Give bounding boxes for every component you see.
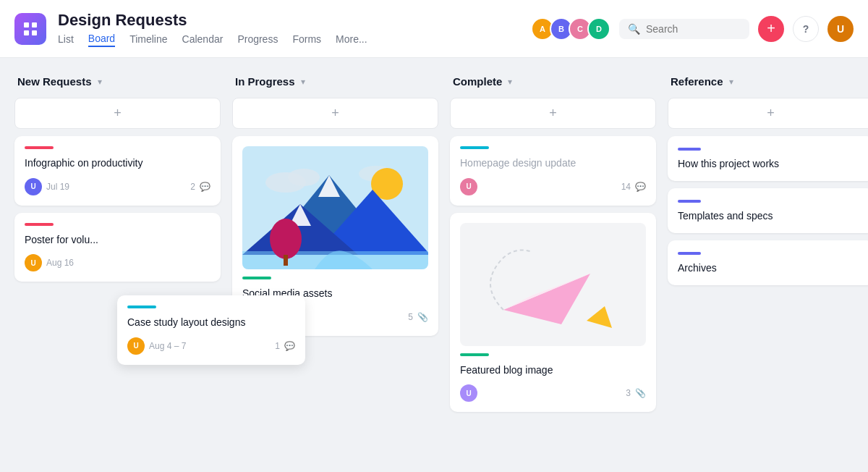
column-reference: Reference ▾ + How this project works Tem… xyxy=(668,75,868,455)
floating-card-case-study[interactable]: Case study layout designs U Aug 4 – 7 1 … xyxy=(117,295,305,365)
ref-color-bar xyxy=(678,148,701,151)
card-color-bar xyxy=(460,353,489,356)
card-color-bar xyxy=(460,146,489,149)
comment-count: 3 xyxy=(626,388,631,398)
ref-color-bar xyxy=(678,200,701,203)
card-date: Aug 4 – 7 xyxy=(149,341,186,351)
column-new-requests: New Requests ▾ + Infographic on producti… xyxy=(14,75,221,455)
app-icon[interactable] xyxy=(14,13,46,45)
tab-timeline[interactable]: Timeline xyxy=(129,33,167,46)
card-footer: U 3 📎 xyxy=(460,384,646,402)
title-nav: Design Requests List Board Timeline Cale… xyxy=(58,11,519,47)
column-title-new-requests: New Requests xyxy=(17,75,92,88)
column-in-progress: In Progress ▾ + xyxy=(232,75,438,455)
ref-title: Templates and specs xyxy=(678,210,864,222)
tab-calendar[interactable]: Calendar xyxy=(182,33,224,46)
project-title: Design Requests xyxy=(58,11,519,30)
column-header-in-progress: In Progress ▾ xyxy=(232,75,438,88)
attachment-icon: 📎 xyxy=(635,388,646,398)
card-color-bar xyxy=(127,305,156,308)
svg-rect-17 xyxy=(460,223,646,346)
tab-more[interactable]: More... xyxy=(336,33,367,46)
user-avatar[interactable]: U xyxy=(827,16,854,42)
chevron-down-icon[interactable]: ▾ xyxy=(301,77,305,87)
card-infographic[interactable]: Infographic on productivity U Jul 19 2 💬 xyxy=(14,136,221,206)
card-actions: 5 📎 xyxy=(408,312,428,322)
card-how-project[interactable]: How this project works xyxy=(668,136,868,181)
help-button[interactable]: ? xyxy=(793,16,819,42)
tab-progress[interactable]: Progress xyxy=(237,33,278,46)
nav-tabs: List Board Timeline Calendar Progress Fo… xyxy=(58,33,519,47)
search-bar[interactable]: 🔍 xyxy=(619,19,749,39)
comment-icon: 💬 xyxy=(635,182,646,192)
card-footer: U 14 💬 xyxy=(460,178,646,195)
card-date: Jul 19 xyxy=(46,182,69,192)
column-complete: Complete ▾ + Homepage design update U 14… xyxy=(450,75,656,455)
tab-forms[interactable]: Forms xyxy=(292,33,321,46)
chevron-down-icon[interactable]: ▾ xyxy=(98,77,102,87)
svg-rect-3 xyxy=(32,30,37,35)
svg-rect-16 xyxy=(284,255,288,266)
card-avatar: U xyxy=(460,178,477,195)
header: Design Requests List Board Timeline Cale… xyxy=(0,0,868,58)
card-title: Homepage design update xyxy=(460,156,646,171)
ref-title: Archives xyxy=(678,262,864,274)
svg-rect-1 xyxy=(32,22,37,28)
card-poster[interactable]: Poster for volu... U Aug 16 xyxy=(14,213,221,282)
card-footer: U Aug 16 xyxy=(25,254,210,271)
card-title: Infographic on productivity xyxy=(25,156,210,171)
comment-count: 1 xyxy=(275,341,280,351)
card-actions: 2 💬 xyxy=(190,182,210,192)
card-meta: U xyxy=(460,384,477,402)
card-title: Featured blog image xyxy=(460,363,646,378)
add-card-button-in-progress[interactable]: + xyxy=(232,98,438,129)
card-meta: U Jul 19 xyxy=(25,178,69,195)
ref-color-bar xyxy=(678,252,701,255)
svg-rect-2 xyxy=(24,30,29,35)
comment-icon: 💬 xyxy=(284,341,295,351)
card-homepage[interactable]: Homepage design update U 14 💬 xyxy=(450,136,656,206)
column-header-complete: Complete ▾ xyxy=(450,75,656,88)
column-header-new-requests: New Requests ▾ xyxy=(14,75,221,88)
search-icon: 🔍 xyxy=(628,23,640,35)
card-title: Case study layout designs xyxy=(127,316,295,330)
column-header-reference: Reference ▾ xyxy=(668,75,868,88)
add-button[interactable]: + xyxy=(758,16,784,42)
card-archives[interactable]: Archives xyxy=(668,240,868,285)
avatar: D xyxy=(587,17,610,41)
svg-rect-0 xyxy=(24,22,29,28)
chevron-down-icon[interactable]: ▾ xyxy=(508,77,512,87)
svg-point-15 xyxy=(270,219,302,259)
card-avatar: U xyxy=(25,178,42,195)
card-meta: U xyxy=(460,178,477,195)
comment-count: 2 xyxy=(190,182,195,192)
card-color-bar xyxy=(242,277,271,279)
chevron-down-icon[interactable]: ▾ xyxy=(729,77,733,87)
ref-title: How this project works xyxy=(678,158,864,169)
attachment-icon: 📎 xyxy=(417,312,428,322)
card-meta: U Aug 16 xyxy=(25,254,74,271)
card-templates[interactable]: Templates and specs xyxy=(668,188,868,233)
add-card-button-complete[interactable]: + xyxy=(450,98,656,129)
card-image-mountain xyxy=(242,146,428,269)
card-date: Aug 16 xyxy=(46,258,74,268)
comment-icon: 💬 xyxy=(200,182,210,192)
tab-board[interactable]: Board xyxy=(88,33,115,47)
card-meta: U Aug 4 – 7 xyxy=(127,337,186,355)
card-blog-image[interactable]: Featured blog image U 3 📎 xyxy=(450,213,656,413)
card-image-plane xyxy=(460,223,646,346)
card-avatar: U xyxy=(460,384,477,402)
svg-point-6 xyxy=(288,169,320,186)
add-card-button-reference[interactable]: + xyxy=(668,98,868,129)
team-avatars: A B C D xyxy=(531,17,610,41)
card-avatar: U xyxy=(127,337,145,355)
search-input[interactable] xyxy=(646,23,741,35)
add-card-button-new-requests[interactable]: + xyxy=(14,98,221,129)
header-right: A B C D 🔍 + ? U xyxy=(531,16,854,42)
card-avatar: U xyxy=(25,254,42,271)
card-actions: 1 💬 xyxy=(275,341,295,351)
board: New Requests ▾ + Infographic on producti… xyxy=(0,58,868,472)
tab-list[interactable]: List xyxy=(58,33,74,46)
card-footer: U Jul 19 2 💬 xyxy=(25,178,210,195)
card-actions: 14 💬 xyxy=(621,182,646,192)
